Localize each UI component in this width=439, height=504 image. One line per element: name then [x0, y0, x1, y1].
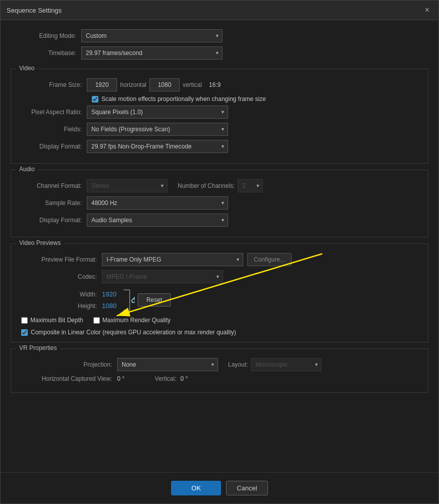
- width-row: Width: 1920: [16, 290, 117, 298]
- video-section-content: Frame Size: 1920 horizontal 1080 vertica…: [11, 69, 428, 163]
- projection-select-wrap[interactable]: None: [117, 358, 218, 371]
- pixel-aspect-ratio-select[interactable]: Square Pixels (1.0): [87, 106, 228, 119]
- scale-checkbox-row: Scale motion effects proportionally when…: [16, 95, 423, 103]
- codec-select: MPEG I-Frame: [102, 270, 223, 283]
- preview-height-value: 1080: [102, 302, 117, 310]
- sequence-settings-dialog: Sequence Settings × Editing Mode: Custom…: [0, 0, 439, 504]
- composite-label: Composite in Linear Color (requires GPU …: [31, 329, 236, 336]
- composite-checkbox[interactable]: [21, 329, 28, 336]
- editing-mode-select[interactable]: Custom: [81, 29, 223, 42]
- channel-format-select: Stereo: [87, 179, 168, 192]
- timebase-label: Timebase:: [11, 49, 81, 57]
- layout-select: Monoscopic: [251, 358, 321, 371]
- title-bar: Sequence Settings ×: [1, 1, 438, 20]
- projection-label: Projection:: [16, 361, 117, 368]
- width-label: Width:: [16, 291, 102, 298]
- layout-select-wrap: Monoscopic: [251, 358, 321, 371]
- editing-mode-select-wrap[interactable]: Custom: [81, 29, 223, 42]
- max-render-quality-checkbox[interactable]: [93, 317, 100, 324]
- channel-format-label: Channel Format:: [16, 182, 87, 189]
- pixel-aspect-ratio-select-wrap[interactable]: Square Pixels (1.0): [87, 106, 228, 119]
- fields-select[interactable]: No Fields (Progressive Scan): [87, 123, 228, 136]
- ok-button[interactable]: OK: [171, 481, 221, 495]
- projection-select[interactable]: None: [117, 358, 218, 371]
- video-previews-section: Video Previews Preview File Format: I-Fr…: [11, 243, 428, 342]
- max-render-quality-cb-item: Maximum Render Quality: [93, 317, 171, 324]
- editing-mode-label: Editing Mode:: [11, 32, 81, 39]
- projection-layout-row: Projection: None Layout: Monoscopic: [16, 358, 423, 371]
- max-bit-depth-cb-item: Maximum Bit Depth: [21, 317, 83, 324]
- dialog-title: Sequence Settings: [7, 7, 62, 14]
- horizontal-vertical-row: Horizontal Captured View: 0 ° Vertical: …: [16, 375, 423, 382]
- top-fields: Editing Mode: Custom Timebase: 29.97 fra…: [11, 25, 428, 69]
- codec-select-wrap: MPEG I-Frame: [102, 270, 223, 283]
- video-section: Video Frame Size: 1920 horizontal 1080 v…: [11, 69, 428, 164]
- timebase-select-wrap[interactable]: 29.97 frames/second: [81, 46, 223, 60]
- video-previews-content: Preview File Format: I-Frame Only MPEG C…: [11, 244, 428, 342]
- svg-text:🔗: 🔗: [131, 295, 135, 304]
- reset-button[interactable]: Reset: [138, 293, 171, 307]
- aspect-ratio: 16:9: [209, 81, 221, 88]
- codec-row: Codec: MPEG I-Frame: [16, 270, 423, 283]
- fields-label: Fields:: [16, 126, 87, 133]
- channel-format-row: Channel Format: Stereo Number of Channel…: [16, 179, 423, 192]
- frame-height-input[interactable]: 1080: [149, 78, 180, 91]
- preview-file-format-select[interactable]: I-Frame Only MPEG: [102, 253, 243, 266]
- pixel-aspect-ratio-row: Pixel Aspect Ratio: Square Pixels (1.0): [16, 106, 423, 119]
- num-channels-select: 2: [238, 179, 263, 192]
- audio-display-format-select-wrap[interactable]: Audio Samples: [87, 214, 228, 227]
- audio-section-title: Audio: [16, 166, 38, 173]
- sample-rate-select[interactable]: 48000 Hz: [87, 196, 228, 210]
- sample-rate-row: Sample Rate: 48000 Hz: [16, 196, 423, 210]
- cancel-button[interactable]: Cancel: [226, 481, 267, 495]
- horizontal-label: horizontal: [120, 81, 146, 88]
- video-previews-title: Video Previews: [16, 239, 64, 246]
- editing-mode-row: Editing Mode: Custom: [11, 29, 428, 42]
- num-channels-select-wrap: 2: [238, 179, 263, 192]
- audio-display-format-row: Display Format: Audio Samples: [16, 214, 423, 227]
- composite-row: Composite in Linear Color (requires GPU …: [21, 329, 423, 336]
- preview-file-format-label: Preview File Format:: [16, 256, 102, 263]
- dialog-content: Editing Mode: Custom Timebase: 29.97 fra…: [1, 20, 438, 472]
- audio-section: Audio Channel Format: Stereo Number of C…: [11, 170, 428, 237]
- preview-file-format-select-wrap[interactable]: I-Frame Only MPEG: [102, 253, 243, 266]
- timebase-select[interactable]: 29.97 frames/second: [81, 46, 223, 60]
- vertical-value: 0 °: [181, 375, 188, 382]
- video-display-format-select-wrap[interactable]: 29.97 fps Non-Drop-Frame Timecode: [87, 140, 228, 153]
- width-height-group: Width: 1920 Height: 1080 🔗 Reset: [16, 287, 423, 313]
- video-display-format-label: Display Format:: [16, 143, 87, 150]
- scale-checkbox-label: Scale motion effects proportionally when…: [101, 95, 266, 103]
- configure-button[interactable]: Configure...: [247, 253, 292, 266]
- height-row: Height: 1080: [16, 302, 117, 310]
- height-label: Height:: [16, 303, 102, 310]
- fields-row: Fields: No Fields (Progressive Scan): [16, 123, 423, 136]
- preview-file-format-row: Preview File Format: I-Frame Only MPEG C…: [16, 253, 423, 266]
- frame-width-input[interactable]: 1920: [87, 78, 117, 91]
- video-display-format-select[interactable]: 29.97 fps Non-Drop-Frame Timecode: [87, 140, 228, 153]
- vr-properties-content: Projection: None Layout: Monoscopic: [11, 349, 428, 392]
- link-bracket-icon: 🔗: [120, 287, 135, 313]
- codec-label: Codec:: [16, 273, 102, 280]
- video-section-title: Video: [16, 65, 37, 72]
- vr-properties-section: VR Properties Projection: None Layout: M…: [11, 348, 428, 393]
- preview-width-value: 1920: [102, 290, 117, 298]
- fields-select-wrap[interactable]: No Fields (Progressive Scan): [87, 123, 228, 136]
- horizontal-view-label: Horizontal Captured View:: [16, 375, 117, 382]
- channel-format-select-wrap: Stereo: [87, 179, 168, 192]
- preview-checkboxes-row: Maximum Bit Depth Maximum Render Quality: [21, 315, 423, 326]
- audio-display-format-select[interactable]: Audio Samples: [87, 214, 228, 227]
- max-bit-depth-label: Maximum Bit Depth: [30, 317, 83, 324]
- vertical-label: Vertical:: [155, 375, 177, 382]
- pixel-aspect-ratio-label: Pixel Aspect Ratio:: [16, 109, 87, 116]
- sample-rate-label: Sample Rate:: [16, 199, 87, 207]
- sample-rate-select-wrap[interactable]: 48000 Hz: [87, 196, 228, 210]
- width-height-inputs: Width: 1920 Height: 1080: [16, 290, 117, 310]
- close-button[interactable]: ×: [422, 5, 432, 16]
- audio-section-content: Channel Format: Stereo Number of Channel…: [11, 170, 428, 237]
- max-bit-depth-checkbox[interactable]: [21, 317, 28, 324]
- num-channels-label: Number of Channels:: [178, 182, 235, 189]
- scale-checkbox[interactable]: [92, 96, 98, 103]
- dialog-footer: OK Cancel: [1, 472, 438, 503]
- frame-size-row: Frame Size: 1920 horizontal 1080 vertica…: [16, 78, 423, 91]
- vr-properties-title: VR Properties: [16, 344, 60, 351]
